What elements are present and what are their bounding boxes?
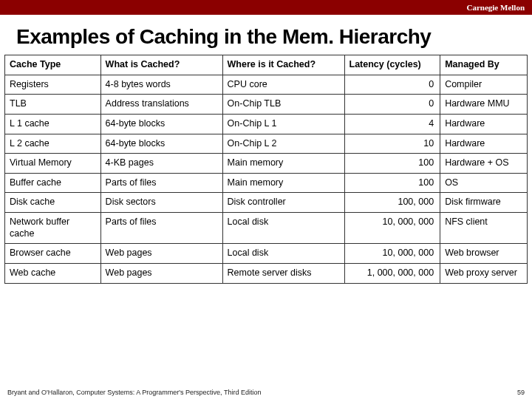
cell-latency: 100 [344,173,440,193]
table-row: L 1 cache64-byte blocksOn-Chip L 14Hardw… [5,114,528,134]
table-row: TLBAddress translationsOn-Chip TLB0Hardw… [5,95,528,115]
footer-citation: Bryant and O'Hallaron, Computer Systems:… [7,389,261,396]
cell-what: Disk sectors [100,193,222,213]
cell-what: 4-KB pages [100,154,222,174]
cell-by: Hardware [440,134,528,154]
cell-latency: 10 [344,134,440,154]
cell-by: Disk firmware [440,193,528,213]
table-row: Browser cacheWeb pagesLocal disk10, 000,… [5,244,528,264]
cell-by: Compiler [440,75,528,95]
cell-latency: 100 [344,154,440,174]
cell-where: On-Chip TLB [222,95,344,115]
cell-by: NFS client [440,213,528,244]
cell-where: CPU core [222,75,344,95]
cell-type: Web cache [5,263,101,283]
table-header-row: Cache Type What is Cached? Where is it C… [5,55,528,75]
footer: Bryant and O'Hallaron, Computer Systems:… [0,389,532,396]
cell-where: Local disk [222,213,344,244]
cell-latency: 4 [344,114,440,134]
top-bar: Carnegie Mellon [0,0,532,15]
cell-by: Hardware + OS [440,154,528,174]
table-row: Virtual Memory4-KB pagesMain memory100Ha… [5,154,528,174]
cell-by: Web browser [440,244,528,264]
cell-latency: 1, 000, 000, 000 [344,263,440,283]
cell-where: On-Chip L 1 [222,114,344,134]
cell-what: Address translations [100,95,222,115]
cell-type: Registers [5,75,101,95]
cell-type: Network buffer cache [5,213,101,244]
col-where-cached: Where is it Cached? [222,55,344,75]
cell-by: Hardware MMU [440,95,528,115]
table-row: Registers4-8 bytes words CPU core0Compil… [5,75,528,95]
brand-label: Carnegie Mellon [466,3,525,12]
cell-where: Local disk [222,244,344,264]
table-row: Buffer cacheParts of filesMain memory100… [5,173,528,193]
cell-latency: 100, 000 [344,193,440,213]
cell-type: Disk cache [5,193,101,213]
table-row: Web cacheWeb pagesRemote server disks1, … [5,263,528,283]
col-managed-by: Managed By [440,55,528,75]
cache-table: Cache Type What is Cached? Where is it C… [4,55,528,284]
cell-latency: 0 [344,95,440,115]
cell-type: Browser cache [5,244,101,264]
cell-type: L 2 cache [5,134,101,154]
col-latency: Latency (cycles) [344,55,440,75]
table-row: Network buffer cacheParts of filesLocal … [5,213,528,244]
cell-where: Remote server disks [222,263,344,283]
page-number: 59 [517,389,525,396]
cell-what: 64-byte blocks [100,114,222,134]
cell-latency: 0 [344,75,440,95]
cell-type: TLB [5,95,101,115]
cell-by: OS [440,173,528,193]
page-title: Examples of Caching in the Mem. Hierarch… [0,15,532,55]
cell-what: Web pages [100,244,222,264]
table-row: Disk cacheDisk sectorsDisk controller100… [5,193,528,213]
cell-where: On-Chip L 2 [222,134,344,154]
cell-by: Hardware [440,114,528,134]
cell-what: 64-byte blocks [100,134,222,154]
cell-type: Buffer cache [5,173,101,193]
table-row: L 2 cache64-byte blocksOn-Chip L 210Hard… [5,134,528,154]
cell-by: Web proxy server [440,263,528,283]
col-cache-type: Cache Type [5,55,101,75]
cell-latency: 10, 000, 000 [344,213,440,244]
cell-type: L 1 cache [5,114,101,134]
cell-what: Web pages [100,263,222,283]
cell-what: Parts of files [100,213,222,244]
cell-where: Disk controller [222,193,344,213]
cell-what: 4-8 bytes words [100,75,222,95]
cell-what: Parts of files [100,173,222,193]
table-container: Cache Type What is Cached? Where is it C… [0,55,532,284]
cell-latency: 10, 000, 000 [344,244,440,264]
cell-where: Main memory [222,154,344,174]
cell-type: Virtual Memory [5,154,101,174]
col-what-cached: What is Cached? [100,55,222,75]
cell-where: Main memory [222,173,344,193]
